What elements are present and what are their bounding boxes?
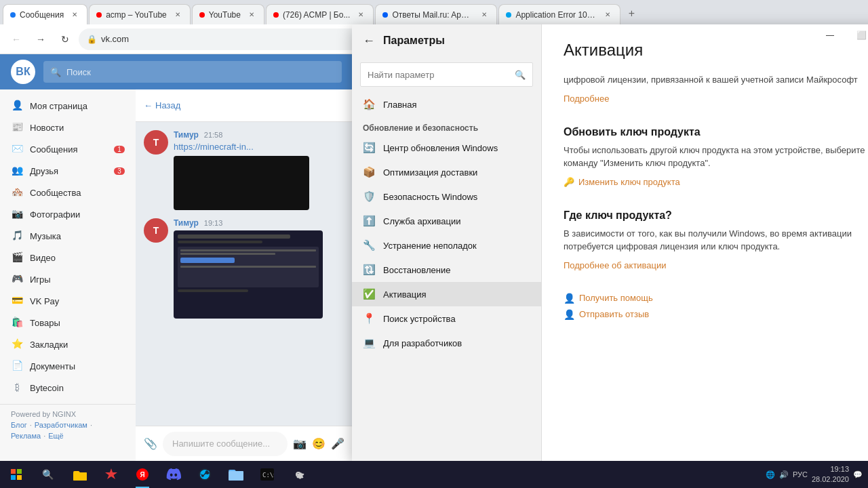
tab-mail-answers[interactable]: Ответы Mail.ru: Applic... ✕: [375, 4, 497, 24]
taskbar-app-folder[interactable]: [221, 461, 251, 488]
settings-nav-panel: ← Параметры 🔍 🏠 Главная Обновление и без…: [352, 54, 542, 461]
activation-more-link[interactable]: Подробнее об активации: [564, 260, 667, 270]
taskbar-app-discord[interactable]: [159, 461, 189, 488]
chat-back-button[interactable]: ← Назад: [144, 100, 180, 110]
vk-search-icon: 🔍: [50, 67, 61, 77]
change-key-link[interactable]: 🔑 Изменить ключ продукта: [564, 177, 680, 187]
settings-search-box[interactable]: 🔍: [360, 62, 533, 87]
settings-nav-delivery[interactable]: 📦 Оптимизация доставки: [352, 160, 541, 184]
settings-search-input[interactable]: [368, 70, 509, 80]
news-icon: 📰: [11, 121, 23, 134]
message-link-1[interactable]: https://minecraft-in...: [174, 142, 254, 152]
back-arrow-icon: ←: [144, 100, 153, 110]
tab-acmp-youtube[interactable]: acmp – YouTube ✕: [89, 4, 191, 24]
settings-nav-find-device[interactable]: 📍 Поиск устройства: [352, 306, 541, 331]
browser-tabs: Сообщения ✕ acmp – YouTube ✕ YouTube ✕ (…: [0, 0, 868, 24]
change-key-label: Изменить ключ продукта: [578, 177, 680, 187]
footer-link-dev[interactable]: Разработчикам: [35, 421, 87, 429]
svg-marker-6: [105, 468, 117, 479]
sidebar-item-messages[interactable]: ✉️ Сообщения 1: [0, 138, 136, 160]
settings-nav-recovery[interactable]: 🔃 Восстановление: [352, 258, 541, 282]
tab-messages[interactable]: Сообщения ✕: [3, 4, 87, 24]
svg-rect-0: [11, 469, 16, 474]
footer-link-more[interactable]: Ещё: [48, 432, 64, 440]
new-tab-button[interactable]: +: [622, 4, 641, 23]
communities-icon: 🏘️: [11, 186, 23, 199]
vk-search-placeholder: Поиск: [66, 67, 91, 77]
tab-favicon-acmp: [96, 12, 102, 18]
tab-app-error[interactable]: Application Error 1000... ✕: [498, 4, 620, 24]
taskbar-app-yandex[interactable]: Я: [127, 461, 157, 488]
messages-badge: 1: [114, 146, 125, 153]
message-item-1: Т Тимур 21:58 https://minecraft-in...: [144, 130, 344, 210]
sidebar-item-music[interactable]: 🎵 Музыка: [0, 225, 136, 247]
sidebar-item-documents[interactable]: 📄 Документы: [0, 355, 136, 377]
sidebar-item-mypage[interactable]: 👤 Моя страница: [0, 95, 136, 117]
sidebar-label-communities: Сообщества: [30, 188, 81, 198]
browser-content: ВК 🔍 Поиск 👤 Моя страница 📰: [0, 54, 868, 461]
settings-nav-developer[interactable]: 💻 Для разработчиков: [352, 331, 541, 355]
sidebar-item-friends[interactable]: 👥 Друзья 3: [0, 160, 136, 182]
start-button[interactable]: [0, 461, 33, 488]
taskbar-search-button[interactable]: 🔍: [33, 461, 62, 488]
message-avatar-1: Т: [144, 130, 168, 155]
tab-close-yt[interactable]: ✕: [246, 9, 257, 20]
settings-nav-backup[interactable]: ⬆️ Служба архивации: [352, 209, 541, 233]
license-more-link[interactable]: Подробнее: [564, 94, 609, 104]
footer-link-blog[interactable]: Блог: [11, 421, 27, 429]
taskbar-app-terminal[interactable]: C:\>: [252, 461, 282, 488]
sidebar-item-communities[interactable]: 🏘️ Сообщества: [0, 182, 136, 203]
sidebar-item-goods[interactable]: 🛍️ Товары: [0, 312, 136, 333]
notification-icon[interactable]: 💬: [853, 470, 863, 479]
ssl-lock-icon: 🔒: [87, 35, 97, 44]
attach-icon[interactable]: 📎: [144, 437, 157, 450]
sidebar-label-mypage: Моя страница: [30, 101, 87, 111]
vk-search-bar[interactable]: 🔍 Поиск: [43, 61, 342, 83]
settings-nav-windows-update[interactable]: 🔄 Центр обновления Windows: [352, 136, 541, 160]
tab-close-mail[interactable]: ✕: [479, 9, 490, 20]
vk-body: 👤 Моя страница 📰 Новости ✉️ Сообщения 1: [0, 89, 353, 461]
mic-icon[interactable]: 🎤: [331, 437, 344, 450]
documents-icon: 📄: [11, 360, 23, 372]
tab-close-acmp[interactable]: ✕: [172, 9, 183, 20]
taskbar-apps: Я C:\>: [62, 461, 316, 488]
settings-nav-troubleshoot[interactable]: 🔧 Устранение неполадок: [352, 233, 541, 258]
vk-logo[interactable]: ВК: [11, 60, 35, 84]
nav-forward-button[interactable]: →: [30, 28, 52, 50]
taskbar-app-settings[interactable]: [283, 461, 313, 488]
sidebar-item-video[interactable]: 🎬 Видео: [0, 247, 136, 268]
taskbar-clock[interactable]: 19:13 28.02.2020: [812, 464, 849, 485]
sidebar-item-bookmarks[interactable]: ⭐ Закладки: [0, 333, 136, 355]
tab-close-messages[interactable]: ✕: [69, 9, 80, 20]
sidebar-item-games[interactable]: 🎮 Игры: [0, 268, 136, 290]
message-time-2: 19:13: [204, 219, 223, 227]
message-bubble-1: Тимур 21:58 https://minecraft-in...: [174, 130, 309, 210]
taskbar-app-explorer[interactable]: [65, 461, 95, 488]
settings-nav-security[interactable]: 🛡️ Безопасность Windows: [352, 184, 541, 209]
chat-input-field[interactable]: Напишите сообщение...: [163, 432, 288, 456]
sidebar-item-vkpay[interactable]: 💳 VK Pay: [0, 290, 136, 312]
tab-acmp-726[interactable]: (726) ACMP | Бо... ✕: [266, 4, 374, 24]
emoji-icon[interactable]: 😊: [312, 437, 326, 450]
settings-nav-home-label: Главная: [383, 100, 416, 110]
settings-nav-activation[interactable]: ✅ Активация: [352, 282, 541, 306]
get-help-label: Получить помощь: [579, 293, 653, 303]
tab-close-error[interactable]: ✕: [602, 9, 613, 20]
settings-search-icon: 🔍: [515, 70, 526, 80]
settings-nav-home[interactable]: 🏠 Главная: [352, 92, 541, 117]
taskbar-app-rockstar[interactable]: [96, 461, 126, 488]
troubleshoot-icon: 🔧: [363, 239, 375, 251]
sidebar-item-photos[interactable]: 📷 Фотографии: [0, 203, 136, 225]
tab-youtube[interactable]: YouTube ✕: [192, 4, 264, 24]
nav-refresh-button[interactable]: ↻: [54, 28, 76, 50]
tab-close-726[interactable]: ✕: [355, 9, 366, 20]
svg-text:C:\>: C:\>: [262, 472, 274, 479]
footer-link-ads[interactable]: Реклама: [11, 432, 41, 440]
send-feedback-link[interactable]: 👤 Отправить отзыв: [564, 309, 868, 320]
nav-back-button[interactable]: ←: [5, 28, 27, 50]
taskbar-app-steam[interactable]: [190, 461, 220, 488]
camera-icon[interactable]: 📷: [293, 437, 307, 450]
sidebar-item-news[interactable]: 📰 Новости: [0, 117, 136, 138]
sidebar-item-bytecoin[interactable]: ₿ Bytecoin: [0, 377, 136, 399]
get-help-link[interactable]: 👤 Получить помощь: [564, 293, 868, 304]
